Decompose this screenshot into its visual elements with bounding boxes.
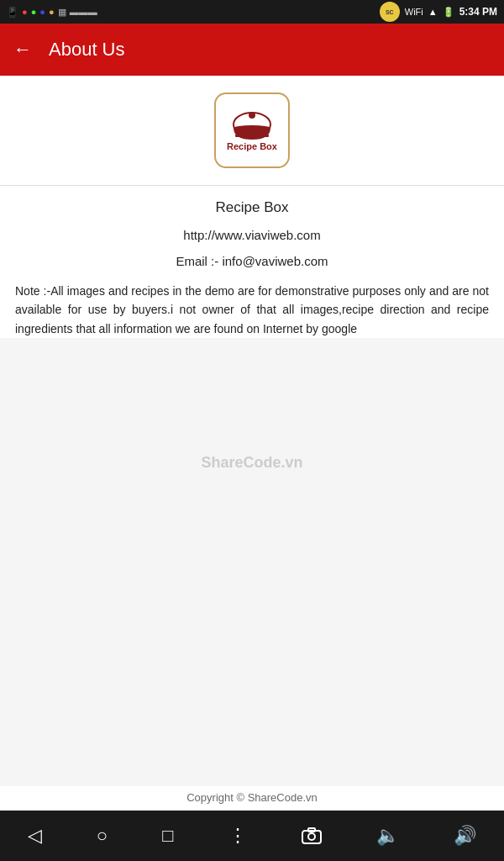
app-icon-1: ● bbox=[22, 7, 28, 17]
time-display: 5:34 PM bbox=[459, 6, 497, 18]
disclaimer-note: Note :-All images and recipes in the dem… bbox=[8, 282, 496, 338]
status-bar-right: SC WiFi ▲ 🔋 5:34 PM bbox=[380, 2, 497, 22]
email-address: Email :- info@vaviweb.com bbox=[8, 254, 496, 268]
nav-recents-button[interactable]: □ bbox=[162, 825, 173, 847]
nav-home-button[interactable]: ○ bbox=[97, 825, 108, 847]
app-logo-box: Recipe Box bbox=[214, 92, 290, 168]
back-button[interactable]: ← bbox=[13, 39, 32, 61]
wifi-icon: WiFi bbox=[405, 7, 423, 17]
app-icon-2: ● bbox=[31, 7, 37, 17]
page-title: About Us bbox=[49, 39, 125, 61]
app-icon-6: ▬▬▬ bbox=[70, 7, 97, 17]
watermark: ShareCode.vn bbox=[201, 454, 302, 472]
nav-camera-button[interactable] bbox=[302, 827, 322, 844]
battery-icon: 🔋 bbox=[443, 7, 454, 18]
nav-vol-up-button[interactable]: 🔊 bbox=[454, 825, 476, 847]
signal-icon: ▲ bbox=[428, 7, 438, 17]
notification-icon: 📱 bbox=[7, 7, 18, 18]
app-icon-5: ▦ bbox=[58, 7, 66, 18]
svg-point-5 bbox=[308, 833, 315, 840]
website-url: http://www.viaviweb.com bbox=[8, 228, 496, 242]
logo-label: Recipe Box bbox=[227, 141, 277, 152]
nav-menu-button[interactable]: ⋮ bbox=[228, 825, 247, 847]
main-content: Recipe Box Recipe Box http://www.viaviwe… bbox=[0, 76, 504, 338]
bottom-nav: ◁ ○ □ ⋮ 🔈 🔊 bbox=[0, 811, 504, 861]
app-icon-4: ● bbox=[49, 7, 55, 17]
svg-rect-3 bbox=[235, 135, 269, 137]
camera-icon bbox=[302, 827, 322, 844]
nav-vol-down-button[interactable]: 🔈 bbox=[376, 825, 399, 847]
recipe-box-icon bbox=[231, 108, 273, 140]
logo-section: Recipe Box bbox=[214, 76, 290, 177]
nav-back-button[interactable]: ◁ bbox=[28, 825, 42, 847]
copyright-text: Copyright © ShareCode.vn bbox=[0, 786, 504, 809]
app-bar: ← About Us bbox=[0, 24, 504, 76]
status-bar: 📱 ● ● ● ● ▦ ▬▬▬ SC WiFi ▲ 🔋 5:34 PM bbox=[0, 0, 504, 24]
status-bar-left: 📱 ● ● ● ● ▦ ▬▬▬ bbox=[7, 7, 97, 18]
app-name: Recipe Box bbox=[8, 199, 496, 216]
svg-point-1 bbox=[234, 125, 270, 130]
info-section: Recipe Box http://www.viaviweb.com Email… bbox=[0, 186, 504, 338]
sharecode-badge: SC bbox=[380, 2, 400, 22]
svg-point-2 bbox=[249, 112, 255, 119]
app-icon-3: ● bbox=[39, 7, 45, 17]
